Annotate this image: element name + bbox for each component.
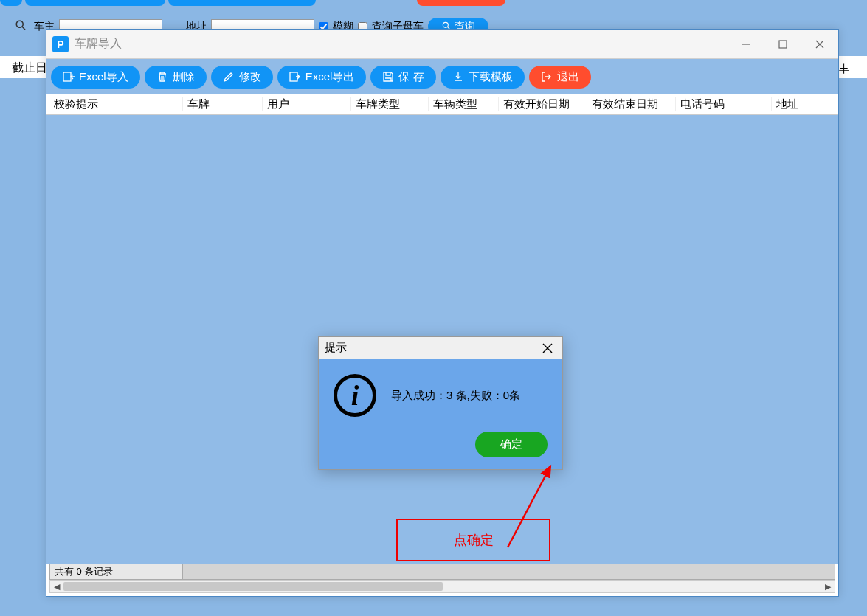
excel-import-button[interactable]: Excel导入	[51, 66, 140, 89]
maximize-button[interactable]	[764, 30, 801, 59]
search-icon	[15, 19, 30, 34]
minimize-button[interactable]	[728, 30, 764, 59]
cutoff-label: 截止日	[12, 59, 47, 77]
download-template-button[interactable]: 下载模板	[441, 66, 525, 89]
export-icon	[289, 71, 301, 83]
th-address: 地址	[772, 97, 831, 111]
import-icon	[63, 71, 75, 83]
save-label: 保 存	[398, 70, 424, 84]
excel-import-label: Excel导入	[79, 70, 128, 84]
license-import-dialog: P 车牌导入 Excel导入 删除	[46, 29, 839, 597]
download-icon	[452, 71, 464, 83]
th-end-date: 有效结束日期	[587, 97, 676, 111]
prompt-titlebar: 提示	[319, 337, 562, 359]
excel-export-button[interactable]: Excel导出	[277, 66, 367, 89]
info-icon: i	[334, 374, 376, 417]
excel-export-label: Excel导出	[305, 70, 355, 84]
th-phone: 电话号码	[676, 97, 772, 111]
th-validation: 校验提示	[46, 97, 183, 111]
annotation-text: 点确定	[454, 531, 494, 549]
modify-button[interactable]: 修改	[211, 66, 273, 89]
delete-label: 删除	[173, 70, 195, 84]
dialog-title: 车牌导入	[75, 36, 728, 52]
th-user: 用户	[263, 97, 351, 111]
edit-icon	[223, 71, 235, 83]
exit-icon	[541, 71, 553, 83]
table-header: 校验提示 车牌 用户 车牌类型 车辆类型 有效开始日期 有效结束日期 电话号码 …	[46, 94, 838, 115]
trash-icon	[156, 71, 168, 83]
modify-label: 修改	[239, 70, 261, 84]
scroll-right-arrow[interactable]: ▶	[821, 580, 835, 593]
ok-button[interactable]: 确定	[475, 432, 548, 457]
download-template-label: 下载模板	[469, 70, 513, 84]
annotation-box: 点确定	[396, 519, 550, 561]
prompt-dialog: 提示 i 导入成功：3 条,失败：0条 确定	[318, 336, 563, 470]
app-icon: P	[52, 36, 69, 52]
prompt-close-button[interactable]	[539, 339, 556, 357]
exit-button[interactable]: 退出	[529, 66, 591, 89]
exit-label: 退出	[557, 70, 579, 84]
record-count: 共有 0 条记录	[50, 564, 183, 579]
prompt-message: 导入成功：3 条,失败：0条	[391, 389, 520, 403]
scroll-left-arrow[interactable]: ◀	[50, 580, 63, 593]
dialog-titlebar: P 车牌导入	[46, 30, 838, 59]
horizontal-scrollbar[interactable]: ◀ ▶	[49, 580, 835, 593]
save-icon	[382, 71, 394, 83]
prompt-title-text: 提示	[325, 341, 347, 355]
dialog-toolbar: Excel导入 删除 修改 Excel导出 保 存	[46, 59, 838, 94]
bg-right-marker: 丰	[839, 63, 849, 76]
status-bar: 共有 0 条记录	[49, 564, 835, 580]
th-start-date: 有效开始日期	[499, 97, 587, 111]
th-plate: 车牌	[183, 97, 263, 111]
close-button[interactable]	[801, 30, 838, 59]
ok-button-label: 确定	[500, 437, 522, 450]
scroll-thumb[interactable]	[63, 582, 443, 591]
delete-button[interactable]: 删除	[145, 66, 207, 89]
save-button[interactable]: 保 存	[370, 66, 435, 89]
th-plate-type: 车牌类型	[351, 97, 429, 111]
table-body: 提示 i 导入成功：3 条,失败：0条 确定	[46, 115, 838, 564]
svg-rect-6	[63, 72, 71, 81]
th-vehicle-type: 车辆类型	[429, 97, 499, 111]
svg-rect-3	[779, 41, 787, 48]
scroll-track[interactable]	[63, 581, 821, 592]
svg-point-0	[443, 22, 448, 27]
